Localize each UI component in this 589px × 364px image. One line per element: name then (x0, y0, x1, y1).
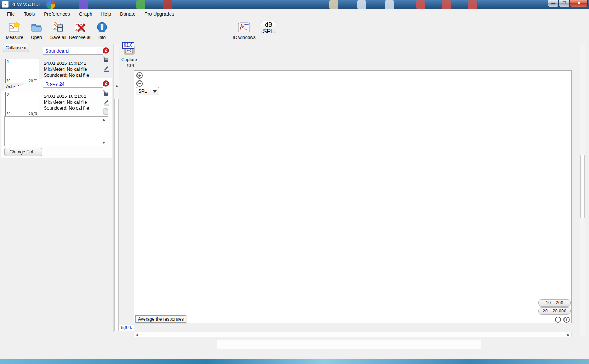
window-title: REW V5.31.3 (10, 1, 40, 7)
info-scroll-up-icon[interactable]: ▲ (102, 118, 106, 122)
measurement-2-thumbnail[interactable]: 2 20 20,0k (5, 92, 39, 116)
measure-icon (3, 20, 26, 34)
taskbar-icon-app-red-doc-3[interactable] (468, 0, 477, 9)
measurement-2-info: 24.01.2025 16:21:02 Mic/Meter: No cal fi… (44, 93, 89, 111)
info-icon (91, 20, 113, 34)
toolbar-label: Open (31, 35, 42, 40)
rew-window: REW V5.31.3 ▬ ❐ ✕ FileToolsPreferencesGr… (0, 0, 589, 364)
x-zoom-in-button[interactable]: + (563, 317, 570, 323)
trace-color-2-icon[interactable] (103, 99, 109, 106)
status-bar (0, 350, 589, 359)
average-tooltip: Average the responses (135, 315, 186, 323)
measurement-panel: Collapse « Soundcard 1 20 20,0k 24.01.20… (0, 42, 119, 350)
measurement-1-name-input[interactable]: Soundcard (43, 47, 103, 55)
app-icon (2, 1, 9, 8)
measurement-1-info: 24.01.2025 15:01:41 Mic/Meter: No cal fi… (44, 60, 89, 78)
scroll-right-icon[interactable]: ► (567, 333, 570, 337)
menu-tools[interactable]: Tools (20, 10, 39, 18)
desktop-strip (0, 359, 589, 364)
graph-panel: Capture SPL + − SPL 91,0 5,92k 10 .. 200… (119, 42, 589, 350)
y-axis-title: SPL (127, 63, 135, 69)
y-zoom-in-button[interactable]: + (136, 72, 143, 79)
taskbar-icon-app-green[interactable] (136, 0, 145, 9)
scroll-left-icon[interactable]: ◄ (135, 333, 139, 337)
menu-file[interactable]: File (3, 10, 19, 18)
taskbar-icon-app-light-2[interactable] (385, 0, 394, 9)
save-measurement-2-icon[interactable] (103, 90, 109, 96)
open-icon (25, 20, 48, 34)
collapse-panel-button[interactable]: Collapse « (3, 44, 29, 52)
toolbar-button-open[interactable]: Open (25, 20, 48, 40)
toolbar-label: Save all (50, 35, 66, 40)
measurement-1-thumbnail[interactable]: 1 20 20,0k (5, 59, 39, 83)
graph-vertical-scrollbar[interactable] (580, 44, 585, 337)
taskbar-icon-rew-app[interactable] (79, 0, 88, 9)
delete-measurement-1-icon[interactable] (103, 47, 109, 54)
menu-donate[interactable]: Donate (116, 10, 139, 18)
freq-axis-scrollbar[interactable]: ◄ ► (134, 332, 572, 337)
menu-graph[interactable]: Graph (75, 10, 96, 18)
trace-color-1-icon[interactable] (103, 65, 109, 72)
toolbar-button-ir-windows[interactable]: IR windows (233, 20, 256, 40)
panel-scrollbar-thumb[interactable] (114, 99, 119, 331)
maximize-button[interactable]: ❐ (559, 0, 570, 7)
ir-windows-icon (233, 20, 256, 34)
title-bar: REW V5.31.3 ▬ ❐ ✕ (0, 0, 589, 9)
measurement-2-name-input[interactable]: R янв 24 (43, 80, 103, 88)
cursor-freq-readout: 5,92k (119, 325, 134, 331)
range-20-20000-button[interactable]: 20 .. 20 000 (538, 307, 571, 315)
save-all-icon (47, 20, 70, 34)
x-zoom-out-button[interactable]: − (555, 317, 561, 323)
toolbar-button-remove-all[interactable]: Remove all (69, 20, 92, 40)
taskbar-icon-app-beige[interactable] (329, 0, 338, 9)
measurement-2-card[interactable]: R янв 24 2 20 20,0k 24.01.2025 16:21:02 … (1, 78, 112, 158)
menu-help[interactable]: Help (97, 10, 115, 18)
taskbar-icon-app-red-doc-2[interactable] (442, 0, 451, 9)
trace-legend (217, 340, 481, 349)
save-measurement-1-icon[interactable] (103, 56, 109, 63)
taskbar-icon-app-light-1[interactable] (357, 0, 366, 9)
toolbar-button-save-all[interactable]: Save all (47, 20, 70, 40)
menu-bar: FileToolsPreferencesGraphHelpDonatePro U… (0, 9, 589, 19)
spl-meter-icon: dB SPL (257, 20, 280, 34)
toolbar-button-measure[interactable]: Measure (3, 20, 26, 40)
menu-pro-upgrades[interactable]: Pro Upgrades (140, 10, 178, 18)
measurement-2-delay-info (4, 116, 108, 146)
spl-chart[interactable] (134, 70, 572, 323)
toolbar-label: Measure (6, 35, 23, 40)
main-toolbar: MeasureOpenSave allRemove allInfo IR win… (0, 19, 589, 42)
panel-scroll-up-icon[interactable]: ▲ (115, 84, 119, 88)
close-button[interactable]: ✕ (570, 0, 588, 7)
toolbar-label: Remove all (69, 35, 91, 40)
trace-select-dropdown[interactable]: SPL (136, 87, 159, 95)
range-10-200-button[interactable]: 10 .. 200 (538, 299, 571, 307)
change-cal-button[interactable]: Change Cal... (4, 148, 42, 156)
toolbar-button-spl-meter[interactable]: dB SPL (257, 20, 280, 34)
toolbar-button-info[interactable]: Info (91, 20, 113, 40)
minimize-button[interactable]: ▬ (548, 0, 559, 7)
info-scroll-down-icon[interactable]: ▼ (102, 140, 106, 145)
graph-scrollbar-thumb[interactable] (580, 155, 585, 218)
cursor-spl-readout: 91,0 (122, 42, 134, 49)
delete-measurement-2-icon[interactable] (103, 80, 109, 87)
taskbar-icon-chrome[interactable] (46, 0, 55, 9)
taskbar-icon-app-red-doc-1[interactable] (416, 0, 425, 9)
chevron-down-icon (153, 90, 157, 93)
panel-scrollbar[interactable]: ▲ (113, 44, 119, 332)
toolbar-label: IR windows (233, 35, 255, 40)
remove-all-icon (69, 20, 92, 34)
notes-icon[interactable] (103, 108, 109, 115)
menu-preferences[interactable]: Preferences (40, 10, 74, 18)
taskbar-icon-app-red[interactable] (163, 0, 172, 9)
toolbar-label: Info (98, 35, 106, 40)
y-zoom-out-button[interactable]: − (136, 80, 143, 87)
